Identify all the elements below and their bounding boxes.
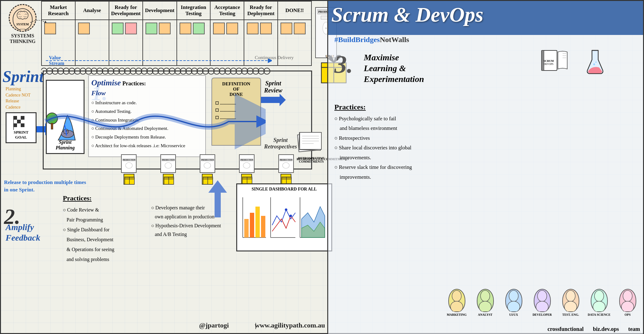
amplify-feedback-label: AmplifyFeedback <box>6 222 40 243</box>
team-members-row: MARKETING ANALYST <box>444 289 640 316</box>
svg-rect-11 <box>17 120 21 123</box>
kanban-card <box>213 23 225 34</box>
team-member-uiux: UI/UX <box>501 289 526 316</box>
prod-server-5: PRODUCTION <box>278 154 294 173</box>
sprint-flow-arrow <box>43 91 266 152</box>
team-label-team: team <box>628 326 640 332</box>
svg-point-89 <box>623 290 632 302</box>
team-bubble-ops <box>619 289 636 312</box>
dashboard-box: SINGLE DASHBOARD FOR ALL <box>236 183 332 251</box>
svg-point-77 <box>450 301 463 311</box>
team-member-test-eng: TEST. ENG. <box>558 289 583 316</box>
footer-social: @jpartogi <box>199 321 229 329</box>
team-member-developer: DEVELOPER <box>530 289 555 316</box>
svg-point-85 <box>566 290 575 302</box>
scrum-book-icon: SCRUM DEVOPS <box>541 49 569 74</box>
svg-point-74 <box>593 63 595 65</box>
svg-rect-58 <box>261 216 265 238</box>
dashboard-title: SINGLE DASHBOARD FOR ALL <box>240 187 329 192</box>
svg-text:SYSTEM: SYSTEM <box>16 23 29 26</box>
team-label-crossfunctional: crossfunctional <box>547 326 584 332</box>
svg-rect-13 <box>13 123 17 127</box>
kanban-card <box>193 23 205 34</box>
kanban-card <box>146 23 157 34</box>
prod-disk <box>204 162 211 169</box>
practice-share-discoveries: Share local discoveries into global impr… <box>334 143 545 162</box>
team-name-ops: OPS <box>624 313 630 316</box>
practice-hypothesis: Hypothesis-Driven Development and A/B Te… <box>151 221 221 239</box>
col-header-integration: IntegrationTesting <box>177 2 210 20</box>
gift-small-5 <box>281 174 291 185</box>
flask-icon <box>584 47 606 75</box>
footer-website: www.agilitypath.com.au <box>255 321 325 329</box>
sprint-retro-label: Sprint Retrospectives <box>264 137 297 150</box>
svg-point-87 <box>594 290 604 302</box>
area-chart <box>298 194 326 241</box>
svg-rect-9 <box>21 116 24 120</box>
practices-3-title: Practices: <box>334 103 366 111</box>
kanban-col-development: Development <box>143 2 177 65</box>
prod-item-1: PRODUCTION <box>121 154 137 185</box>
scrum-devops-title: Scrum & DevOps <box>331 2 640 27</box>
kanban-card <box>180 23 191 34</box>
prod-label: PRODUCTION <box>201 159 214 161</box>
kanban-col-acceptance: AcceptanceTesting <box>211 2 244 65</box>
svg-point-75 <box>595 62 597 63</box>
team-bubble-analyst <box>477 289 494 312</box>
svg-text:DEVOPS: DEVOPS <box>544 63 553 66</box>
team-bubble-data-science <box>591 289 608 312</box>
value-stream-arrow <box>46 57 272 64</box>
production-row: PRODUCTION PRODUCTION <box>109 159 306 180</box>
svg-rect-7 <box>13 116 17 120</box>
team-member-data-science: DATA SCIENCE <box>587 289 611 316</box>
prod-disk <box>243 162 250 169</box>
sprint-goal-text: SPRINTGOAL <box>14 130 28 140</box>
sprint-label: Sprint <box>2 67 44 86</box>
svg-point-79 <box>481 290 490 302</box>
team-name-test-eng: TEST. ENG. <box>562 313 579 316</box>
kanban-col-ready-dev: Ready forDevelopment <box>109 2 143 65</box>
team-name-data-science: DATA SCIENCE <box>588 313 610 316</box>
kanban-card <box>112 23 124 34</box>
sprint-review-arrow <box>261 94 286 106</box>
systems-thinking-label: SYSTEMS THINKING <box>2 33 43 44</box>
prod-label: PRODUCTION <box>280 159 292 161</box>
team-member-marketing: MARKETING <box>444 289 469 316</box>
sprint-goal-box: SPRINTGOAL <box>6 112 37 143</box>
prod-label: PRODUCTION <box>240 159 253 161</box>
svg-point-88 <box>593 301 605 311</box>
svg-point-76 <box>452 290 461 302</box>
svg-point-90 <box>621 301 634 311</box>
team-member-ops: OPS <box>615 289 640 316</box>
gift-small-1 <box>124 174 134 185</box>
optimise-header: Optimise Practices: <box>91 78 203 88</box>
kanban-col-integration: IntegrationTesting <box>177 2 211 65</box>
bar-chart <box>240 194 268 241</box>
svg-rect-8 <box>17 116 21 120</box>
prod-server-2: PRODUCTION <box>160 154 176 173</box>
prod-item-2: PRODUCTION <box>160 154 176 185</box>
dashboard-charts <box>240 194 329 244</box>
svg-point-86 <box>564 301 577 311</box>
release-to-production: Release to production multiple times in … <box>4 179 86 194</box>
col-header-acceptance: AcceptanceTesting <box>211 2 244 20</box>
amplify-arrow <box>193 180 242 217</box>
team-bubble-uiux <box>505 289 522 312</box>
svg-marker-52 <box>208 180 227 217</box>
svg-point-61 <box>285 208 287 211</box>
kanban-card <box>44 23 56 34</box>
practices-label: Practices: <box>122 80 146 87</box>
team-bubble-marketing <box>448 289 465 312</box>
right-panel: Scrum & DevOps #BuildBridgesNotWalls 3. … <box>327 1 643 334</box>
col-header-analyse: Analyse <box>76 2 109 20</box>
svg-rect-2 <box>20 29 25 31</box>
kanban-card <box>281 23 292 34</box>
kanban-card <box>78 23 90 34</box>
practice-psychologically-safe: Psychologically safe to fail and blamele… <box>334 114 545 133</box>
svg-rect-15 <box>21 123 24 127</box>
svg-point-80 <box>479 301 491 311</box>
prod-server-3: PRODUCTION <box>200 154 215 173</box>
col-header-market-research: MarketResearch <box>42 2 75 20</box>
team-name-uiux: UI/UX <box>509 313 518 316</box>
gift-small-4 <box>241 174 252 185</box>
